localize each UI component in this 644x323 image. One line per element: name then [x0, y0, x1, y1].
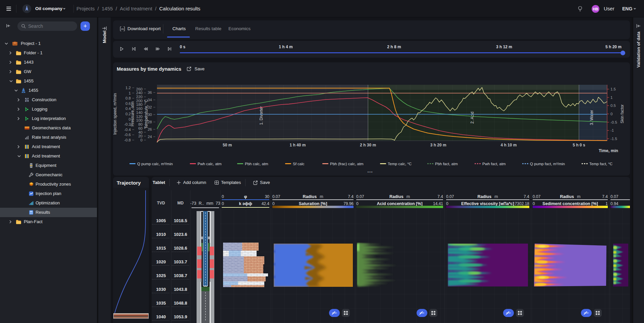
- svg-text:3 h 20 m: 3 h 20 m: [430, 143, 446, 147]
- svg-text:200: 200: [136, 99, 143, 103]
- svg-text:2 h 30 m: 2 h 30 m: [360, 143, 376, 147]
- svg-text:220: 220: [136, 95, 143, 99]
- svg-text:Injection speed, m³/min: Injection speed, m³/min: [113, 93, 117, 135]
- svg-text:1 h 40 m: 1 h 40 m: [289, 143, 306, 147]
- svg-text:0: 0: [141, 138, 143, 142]
- svg-text:0.5: 0.5: [610, 104, 616, 108]
- svg-text:Temperature, °C: Temperature, °C: [144, 99, 149, 129]
- svg-text:2. Acid: 2. Acid: [470, 112, 475, 124]
- svg-text:-0.4: -0.4: [124, 128, 131, 132]
- svg-text:40: 40: [138, 130, 143, 134]
- svg-text:160: 160: [136, 107, 143, 111]
- svg-text:80: 80: [138, 122, 143, 126]
- svg-text:0: 0: [610, 112, 612, 116]
- svg-text:-1.5: -1.5: [610, 137, 617, 141]
- svg-text:3. Water: 3. Water: [589, 110, 594, 125]
- svg-text:-0.6: -0.6: [124, 133, 131, 137]
- svg-text:1. Diverter: 1. Diverter: [259, 106, 264, 125]
- svg-text:1.2: 1.2: [125, 86, 131, 90]
- svg-text:1: 1: [129, 91, 131, 95]
- svg-text:0.8: 0.8: [125, 96, 131, 100]
- svg-text:180: 180: [136, 103, 143, 107]
- svg-text:120: 120: [136, 115, 143, 119]
- svg-text:140: 140: [136, 111, 143, 115]
- svg-text:xls: xls: [121, 28, 124, 30]
- svg-text:1: 1: [610, 95, 612, 100]
- svg-text:-0.5: -0.5: [610, 120, 617, 124]
- svg-text:Time, min: Time, min: [599, 148, 618, 153]
- svg-text:24: 24: [148, 135, 152, 139]
- svg-text:-0.8: -0.8: [124, 138, 131, 142]
- svg-text:20: 20: [138, 134, 143, 138]
- svg-text:5 h 0 s: 5 h 0 s: [573, 143, 585, 147]
- svg-text:Skin factor: Skin factor: [620, 105, 625, 124]
- svg-text:240: 240: [136, 91, 143, 95]
- svg-text:Pressure, atm: Pressure, atm: [130, 102, 135, 127]
- svg-text:260: 260: [136, 87, 143, 91]
- svg-text:60: 60: [138, 126, 143, 130]
- svg-text:-1: -1: [610, 128, 614, 132]
- svg-text:1.5: 1.5: [610, 87, 616, 91]
- svg-text:50 m: 50 m: [223, 143, 232, 147]
- svg-text:100: 100: [136, 118, 143, 122]
- svg-text:36: 36: [148, 90, 152, 94]
- svg-text:4 h 10 m: 4 h 10 m: [500, 143, 517, 147]
